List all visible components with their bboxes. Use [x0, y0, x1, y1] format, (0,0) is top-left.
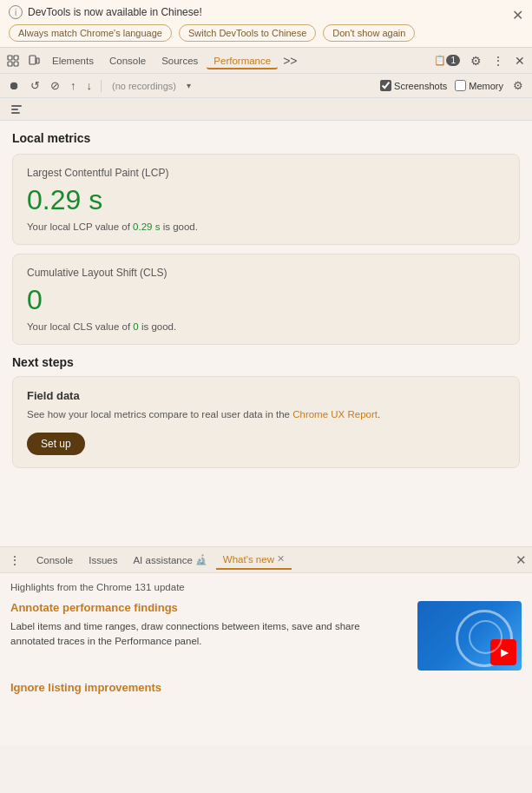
feature-desc: Label items and time ranges, draw connec… — [10, 619, 407, 650]
tab-sources[interactable]: Sources — [154, 52, 205, 69]
ai-assistance-icon: 🔬 — [195, 554, 207, 565]
lcp-label: Largest Contentful Paint (LCP) — [27, 167, 505, 179]
screenshots-option: Screenshots Memory ⚙ — [380, 77, 527, 94]
tab-icons-group: 📋 1 ⚙ ⋮ ✕ — [430, 52, 529, 69]
next-steps-title: Next steps — [12, 355, 520, 369]
field-data-card: Field data See how your local metrics co… — [12, 376, 520, 468]
more-tabs-button[interactable]: >> — [279, 52, 300, 69]
switch-devtools-button[interactable]: Switch DevTools to Chinese — [179, 24, 316, 42]
cls-value: 0 — [27, 284, 505, 316]
tab-elements[interactable]: Elements — [45, 52, 101, 69]
refresh-record-button[interactable]: ↺ — [27, 77, 43, 94]
cls-desc-prefix: Your local CLS value of — [27, 321, 133, 332]
tab-performance[interactable]: Performance — [207, 52, 278, 69]
console-badge: 1 — [446, 55, 460, 66]
dont-show-again-button[interactable]: Don't show again — [323, 24, 415, 42]
inspect-element-icon[interactable] — [3, 53, 23, 69]
third-toolbar — [0, 98, 532, 121]
field-data-desc-suffix: . — [378, 409, 380, 420]
bottom-more-button[interactable]: ⋮ — [5, 552, 24, 569]
svg-rect-2 — [8, 62, 12, 66]
field-data-desc-prefix: See how your local metrics compare to re… — [27, 409, 292, 420]
bottom-panel-close-button[interactable]: ✕ — [516, 552, 527, 568]
lcp-desc-highlight: 0.29 s — [133, 221, 160, 232]
always-match-button[interactable]: Always match Chrome's language — [9, 24, 172, 42]
bottom-content-area: Highlights from the Chrome 131 update An… — [0, 573, 532, 746]
svg-rect-1 — [14, 56, 18, 60]
memory-label: Memory — [469, 81, 503, 91]
toolbar-separator — [101, 80, 102, 92]
lcp-desc: Your local LCP value of 0.29 s is good. — [27, 221, 505, 232]
svg-rect-6 — [11, 105, 22, 107]
screenshots-checkbox[interactable] — [380, 80, 391, 91]
local-metrics-title: Local metrics — [12, 131, 520, 145]
tab-console[interactable]: Console — [102, 52, 153, 69]
chrome-ux-report-link[interactable]: Chrome UX Report — [292, 409, 378, 420]
feature-title: Annotate performance findings — [10, 601, 407, 614]
notification-title: i DevTools is now available in Chinese! — [9, 5, 523, 19]
svg-rect-0 — [8, 56, 12, 60]
svg-rect-5 — [36, 58, 39, 63]
feature-thumbnail — [417, 601, 522, 671]
bottom-panel: ⋮ Console Issues AI assistance 🔬 What's … — [0, 546, 532, 746]
whats-new-label: What's new — [223, 554, 274, 565]
memory-checkbox[interactable] — [455, 80, 466, 91]
devtools-tab-bar: Elements Console Sources Performance >> … — [0, 48, 532, 74]
setup-button[interactable]: Set up — [27, 433, 85, 455]
main-content-area: Local metrics Largest Contentful Paint (… — [0, 121, 532, 546]
load-profile-button[interactable]: ↑ — [67, 77, 80, 94]
whats-new-close-icon[interactable]: ✕ — [277, 553, 285, 565]
svg-rect-3 — [14, 62, 18, 66]
settings-button[interactable]: ⚙ — [467, 52, 485, 69]
screenshots-label: Screenshots — [394, 81, 447, 91]
svg-rect-7 — [11, 109, 18, 110]
svg-rect-8 — [11, 112, 20, 114]
lcp-desc-prefix: Your local LCP value of — [27, 221, 133, 232]
cls-label: Cumulative Layout Shift (CLS) — [27, 267, 505, 279]
toolbar-extra-button[interactable] — [7, 102, 26, 116]
svg-rect-4 — [30, 56, 36, 64]
bottom-tab-bar: ⋮ Console Issues AI assistance 🔬 What's … — [0, 547, 532, 573]
console-badge-button[interactable]: 📋 1 — [430, 53, 463, 68]
notification-bar: i DevTools is now available in Chinese! … — [0, 0, 532, 48]
play-icon[interactable] — [490, 639, 516, 665]
clear-button[interactable]: ⊘ — [47, 77, 63, 94]
tab-ai-assistance[interactable]: AI assistance 🔬 — [126, 551, 213, 569]
save-profile-button[interactable]: ↓ — [83, 77, 96, 94]
tab-issues[interactable]: Issues — [82, 552, 124, 569]
field-data-desc: See how your local metrics compare to re… — [27, 407, 505, 422]
feature-text: Annotate performance findings Label item… — [10, 601, 407, 650]
info-icon: i — [9, 5, 23, 19]
recordings-dropdown[interactable]: ▾ — [185, 81, 193, 90]
cls-card: Cumulative Layout Shift (CLS) 0 Your loc… — [12, 254, 520, 345]
next-feature-title: Ignore listing improvements — [10, 681, 522, 694]
notification-close-button[interactable]: ✕ — [512, 7, 523, 23]
performance-settings-button[interactable]: ⚙ — [509, 77, 527, 94]
notification-buttons: Always match Chrome's language Switch De… — [9, 24, 523, 42]
feature-section: Annotate performance findings Label item… — [10, 601, 522, 671]
lcp-card: Largest Contentful Paint (LCP) 0.29 s Yo… — [12, 154, 520, 245]
cls-desc: Your local CLS value of 0 is good. — [27, 321, 505, 332]
ai-assistance-label: AI assistance — [133, 555, 192, 565]
performance-toolbar: ⏺ ↺ ⊘ ↑ ↓ (no recordings) ▾ Screenshots … — [0, 74, 532, 98]
tab-whats-new[interactable]: What's new ✕ — [216, 550, 292, 570]
close-devtools-button[interactable]: ✕ — [511, 52, 529, 69]
lcp-desc-suffix: is good. — [160, 221, 197, 232]
lcp-value: 0.29 s — [27, 184, 505, 216]
field-data-title: Field data — [27, 389, 505, 402]
update-title: Highlights from the Chrome 131 update — [10, 582, 522, 592]
tab-console-bottom[interactable]: Console — [30, 552, 80, 569]
notification-text: DevTools is now available in Chinese! — [28, 6, 202, 18]
no-recordings-label: (no recordings) — [107, 81, 181, 91]
record-button[interactable]: ⏺ — [5, 77, 23, 94]
more-options-button[interactable]: ⋮ — [489, 52, 508, 69]
device-toolbar-icon[interactable] — [24, 53, 43, 69]
cls-desc-suffix: is good. — [139, 321, 176, 332]
